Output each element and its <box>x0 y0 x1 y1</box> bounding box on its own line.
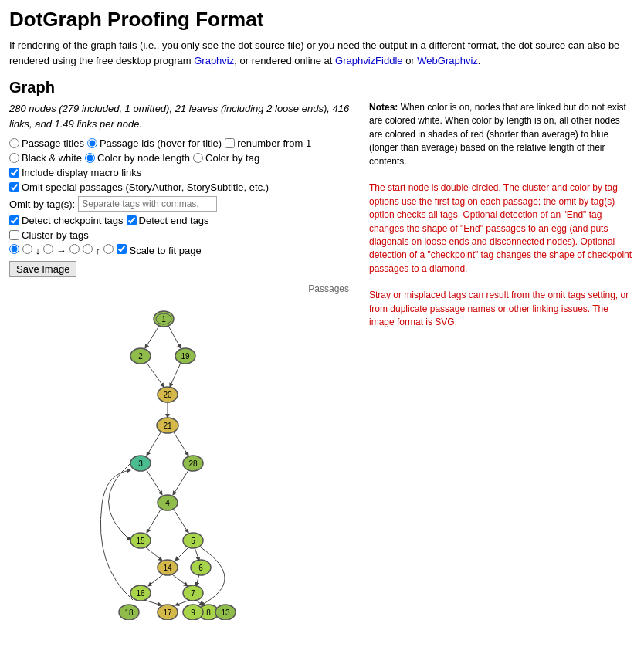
orient-up-radio[interactable] <box>83 244 93 254</box>
orient-down-text: ↓ <box>36 245 41 256</box>
detect-checkpoint-text: Detect checkpoint tags <box>22 215 124 226</box>
orient-empty-radio[interactable] <box>69 244 80 254</box>
include-display-text: Include display macro links <box>22 167 141 178</box>
cluster-label[interactable]: Cluster by tags <box>9 229 89 241</box>
graph-svg: 1 2 19 20 <box>9 296 318 620</box>
edge-4-5 <box>174 510 188 533</box>
orient-down-label[interactable]: ↓ <box>22 244 40 256</box>
orient-up-label[interactable]: ↑ <box>83 244 100 256</box>
controls-section: Passage titles Passage ids (hover for ti… <box>9 137 357 277</box>
edge-3-15-back <box>109 463 131 540</box>
edge-2-20 <box>147 363 164 387</box>
node-4-label: 4 <box>165 499 170 507</box>
orient-filled-radio[interactable] <box>9 244 19 254</box>
graph-stats: 280 nodes (279 included, 1 omitted), 21 … <box>9 101 357 131</box>
graphviz-link[interactable]: Graphviz <box>194 55 234 66</box>
bw-text: Black & white <box>22 152 82 164</box>
renumber-checkbox[interactable] <box>225 138 235 148</box>
node-9-label: 9 <box>191 608 195 617</box>
edge-14-16 <box>148 574 163 586</box>
orient-down-radio[interactable] <box>22 244 32 254</box>
omit-special-row: Omit special passages (StoryAuthor, Stor… <box>9 181 357 193</box>
passages-label: Passages <box>9 283 357 294</box>
left-panel: 280 nodes (279 included, 1 omitted), 21 … <box>9 101 357 620</box>
node-28-label: 28 <box>188 459 198 468</box>
omit-tags-label-text: Omit by tag(s): <box>9 198 75 210</box>
node-20-label: 20 <box>163 391 172 399</box>
bw-radio[interactable] <box>9 153 19 163</box>
orient-up-text: ↑ <box>95 245 100 256</box>
notes-paragraph: Notes: When color is on, nodes that are … <box>369 101 635 168</box>
include-display-row: Include display macro links <box>9 167 357 178</box>
edge-6-7 <box>196 574 199 586</box>
edge-3-4 <box>147 470 162 495</box>
orient-empty2-radio[interactable] <box>103 244 114 254</box>
orient-right-radio[interactable] <box>43 244 53 254</box>
node-5-label: 5 <box>191 537 195 545</box>
include-display-checkbox[interactable] <box>9 168 19 178</box>
node-1-label: 1 <box>161 315 166 324</box>
graph-section-title: Graph <box>9 79 635 97</box>
graph-svg-wrapper: 1 2 19 20 <box>9 296 357 620</box>
page-title: DotGraph Proofing Format <box>9 8 635 32</box>
omit-tags-row: Omit by tag(s): <box>9 196 357 212</box>
renumber-label[interactable]: renumber from 1 <box>225 137 311 149</box>
omit-special-text: Omit special passages (StoryAuthor, Stor… <box>22 181 269 193</box>
scale-fit-label[interactable]: Scale to fit page <box>117 244 202 256</box>
passage-titles-label[interactable]: Passage titles <box>9 137 84 149</box>
cluster-row: Cluster by tags <box>9 229 357 241</box>
orient-empty2-label[interactable] <box>103 244 114 256</box>
edge-28-4 <box>173 470 188 495</box>
save-image-button[interactable]: Save Image <box>9 261 76 277</box>
node-3-label: 3 <box>138 459 143 468</box>
color-tag-label[interactable]: Color by tag <box>193 152 259 164</box>
detect-row: Detect checkpoint tags Detect end tags <box>9 215 357 226</box>
scale-fit-checkbox[interactable] <box>117 244 127 254</box>
node-13-label: 13 <box>221 608 230 617</box>
detect-end-checkbox[interactable] <box>127 215 137 225</box>
display-mode-row: Passage titles Passage ids (hover for ti… <box>9 137 357 149</box>
edge-21-28 <box>174 432 188 456</box>
intro-paragraph: If rendering of the graph fails (i.e., y… <box>9 38 635 68</box>
edge-14-7 <box>172 574 188 586</box>
node-19-label: 19 <box>181 352 190 361</box>
passage-titles-radio[interactable] <box>9 138 19 148</box>
orient-empty-label[interactable] <box>69 244 80 256</box>
node-2-label: 2 <box>138 352 143 361</box>
detect-checkpoint-label[interactable]: Detect checkpoint tags <box>9 215 124 226</box>
passage-titles-text: Passage titles <box>22 137 84 149</box>
passage-ids-radio[interactable] <box>87 138 97 148</box>
passage-ids-text: Passage ids (hover for title) <box>100 137 222 149</box>
color-mode-row: Black & white Color by node length Color… <box>9 152 357 164</box>
orient-right-text: → <box>56 245 66 256</box>
node-15-label: 15 <box>136 537 145 545</box>
detect-checkpoint-checkbox[interactable] <box>9 215 19 225</box>
omit-special-checkbox[interactable] <box>9 182 19 192</box>
edge-19-20 <box>170 363 181 387</box>
orient-right-label[interactable]: → <box>43 244 66 256</box>
node-length-radio[interactable] <box>85 153 95 163</box>
edge-7-17 <box>175 600 190 605</box>
bw-label[interactable]: Black & white <box>9 152 82 164</box>
node-6-label: 6 <box>198 564 203 572</box>
include-display-label[interactable]: Include display macro links <box>9 167 141 178</box>
omit-tags-input[interactable] <box>78 196 217 212</box>
edge-16-back <box>100 470 133 600</box>
node-7-label: 7 <box>191 589 195 598</box>
omit-special-label[interactable]: Omit special passages (StoryAuthor, Stor… <box>9 181 269 193</box>
node-18-label: 18 <box>124 608 134 617</box>
edge-5-6 <box>195 547 199 561</box>
graphvizfiddle-link[interactable]: GraphvizFiddle <box>335 55 402 66</box>
color-tag-radio[interactable] <box>193 153 203 163</box>
node-17-label: 17 <box>163 608 172 617</box>
intro-text-2: or rendered online at <box>239 55 335 66</box>
webgraphviz-link[interactable]: WebGraphviz <box>417 55 478 66</box>
node-length-label[interactable]: Color by node length <box>85 152 190 164</box>
notes-text-3: Stray or misplaced tags can result from … <box>369 290 629 327</box>
right-panel: Notes: When color is on, nodes that are … <box>369 101 635 620</box>
cluster-checkbox[interactable] <box>9 230 19 240</box>
orient-filled-label[interactable] <box>9 244 19 256</box>
detect-end-text: Detect end tags <box>139 215 209 226</box>
passage-ids-label[interactable]: Passage ids (hover for title) <box>87 137 222 149</box>
detect-end-label[interactable]: Detect end tags <box>127 215 209 226</box>
